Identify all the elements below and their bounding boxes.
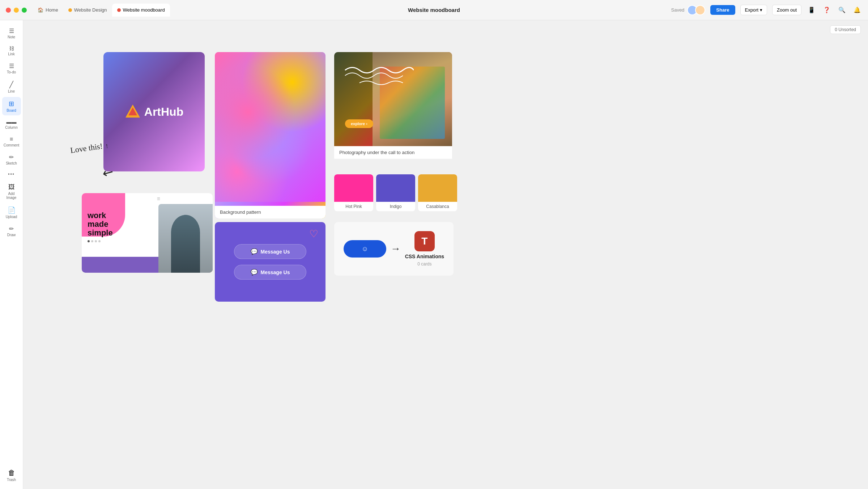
tool-note[interactable]: ☰ Note [2, 25, 21, 42]
search-icon[interactable]: 🔍 [837, 5, 847, 15]
traffic-lights [6, 8, 27, 13]
work-dots [88, 240, 151, 242]
swatch-casablanca-color [418, 174, 457, 202]
arthub-logo: ArtHub [125, 104, 183, 120]
tool-sketch[interactable]: ✏ Sketch [2, 151, 21, 168]
bg-pattern-label: Background pattern [215, 206, 326, 218]
tool-draw-label: Draw [7, 233, 16, 237]
dot-2 [91, 240, 93, 242]
tool-todo[interactable]: ☰ To-do [2, 60, 21, 77]
unsorted-badge[interactable]: 0 Unsorted [830, 25, 861, 34]
photo-card[interactable]: explore › Photography under the call to … [334, 52, 452, 166]
minimize-button[interactable] [14, 8, 19, 13]
export-button[interactable]: Export ▾ [740, 5, 767, 15]
swatch-indigo-color [376, 174, 415, 202]
arthub-icon [125, 104, 141, 120]
bg-pattern-card[interactable]: Background pattern [215, 52, 326, 218]
messenger-icon-1: 💬 [251, 248, 258, 255]
notification-icon[interactable]: 🔔 [852, 5, 862, 15]
device-icon[interactable]: 📱 [807, 5, 817, 15]
work-card[interactable]: work made simple ☰ [82, 193, 213, 273]
more-icon: ••• [8, 172, 15, 177]
line-icon: ╱ [9, 81, 13, 89]
tool-upload-label: Upload [6, 215, 17, 219]
tool-link-label: Link [8, 52, 14, 56]
titlebar: 🏠 Home Website Design Website moodboard … [0, 0, 868, 20]
css-animations-card[interactable]: ☺ → T CSS Animations 0 cards [334, 222, 454, 276]
photo-label: Photography under the call to action [334, 146, 452, 159]
tool-comment[interactable]: ≡ Comment [2, 133, 21, 150]
canvas-area: 0 Unsorted ArtHub Love this! ! ↙ [23, 20, 868, 489]
comment-icon: ≡ [10, 136, 13, 143]
tab-home[interactable]: 🏠 Home [33, 4, 63, 17]
tool-more[interactable]: ••• [2, 169, 21, 180]
tab-website-design[interactable]: Website Design [63, 4, 112, 17]
draw-icon: ✏ [9, 225, 14, 232]
work-text-2: made [88, 220, 151, 229]
message-card[interactable]: ♡ 💬 Message Us 💬 Message Us [215, 222, 326, 302]
tab-website-moodboard-label: Website moodboard [123, 7, 165, 13]
close-button[interactable] [6, 8, 11, 13]
tool-upload[interactable]: 📄 Upload [2, 203, 21, 222]
chevron-down-icon: ▾ [760, 7, 762, 13]
swatch-casablanca[interactable]: Casablanca [418, 174, 457, 214]
tab-website-moodboard[interactable]: Website moodboard [112, 4, 170, 17]
photo-cta-button[interactable]: explore › [345, 119, 373, 128]
arthub-text: ArtHub [144, 105, 183, 119]
note-icon: ☰ [9, 27, 14, 34]
tool-column-label: Column [5, 126, 17, 129]
link-icon: ⛓ [9, 46, 14, 51]
annotation-text: Love this! ! [70, 141, 109, 155]
css-icon-box: T CSS Animations 0 cards [405, 231, 444, 267]
swatch-indigo[interactable]: Indigo [376, 174, 415, 214]
page-title: Website moodboard [408, 7, 460, 13]
pattern-image [215, 52, 326, 202]
board-icon: ⊞ [9, 100, 14, 108]
maximize-button[interactable] [22, 8, 27, 13]
css-t-icon: T [414, 231, 435, 251]
avatar-2 [695, 5, 705, 15]
share-button[interactable]: Share [710, 5, 735, 15]
tool-link[interactable]: ⛓ Link [2, 43, 21, 59]
tool-draw[interactable]: ✏ Draw [2, 222, 21, 240]
tab-home-label: Home [46, 7, 58, 13]
trash-button[interactable]: 🗑 Trash [2, 466, 21, 485]
help-icon[interactable]: ❓ [822, 5, 832, 15]
tool-sketch-label: Sketch [6, 161, 17, 165]
css-animations-title: CSS Animations [405, 254, 444, 259]
tool-add-image-label: Add Image [4, 192, 19, 200]
css-animated-button: ☺ [344, 240, 386, 258]
tab-bar: 🏠 Home Website Design Website moodboard [33, 4, 170, 17]
work-text-1: work [88, 211, 151, 220]
swatch-indigo-label: Indigo [376, 202, 415, 211]
tool-column[interactable]: ▬▬ Column [2, 116, 21, 132]
tool-add-image[interactable]: 🖼 Add Image [2, 180, 21, 203]
heart-doodle: ♡ [309, 228, 318, 240]
message-btn-1-label: Message Us [261, 249, 290, 255]
home-icon: 🏠 [38, 7, 43, 13]
css-smile-icon: ☺ [362, 245, 368, 253]
toolbar: ☰ Note ⛓ Link ☰ To-do ╱ Line ⊞ Board ▬▬ … [0, 20, 23, 489]
css-arrow-icon: → [391, 243, 401, 255]
trash-label: Trash [7, 478, 16, 482]
photo-image: explore › [334, 52, 452, 146]
arthub-card[interactable]: ArtHub [103, 52, 205, 171]
add-image-icon: 🖼 [8, 183, 15, 191]
work-card-right: ☰ [155, 193, 213, 273]
message-btn-2[interactable]: 💬 Message Us [234, 265, 306, 280]
sketch-icon: ✏ [9, 154, 14, 161]
tool-line[interactable]: ╱ Line [2, 78, 21, 96]
css-animations-subtitle: 0 cards [417, 261, 431, 267]
swatch-hot-pink[interactable]: Hot Pink [334, 174, 373, 214]
tab-dot-design [68, 8, 72, 12]
work-card-left: work made simple [82, 193, 155, 273]
message-btn-1[interactable]: 💬 Message Us [234, 244, 306, 259]
tool-board[interactable]: ⊞ Board [2, 97, 21, 115]
swatch-row: Hot Pink Indigo Casablanca [334, 174, 460, 214]
swatch-pink-color [334, 174, 373, 202]
unsorted-label: 0 Unsorted [835, 27, 856, 32]
column-icon: ▬▬ [7, 119, 17, 125]
tool-line-label: Line [8, 89, 15, 93]
avatars [689, 5, 705, 15]
zoom-out-button[interactable]: Zoom out [772, 5, 801, 15]
